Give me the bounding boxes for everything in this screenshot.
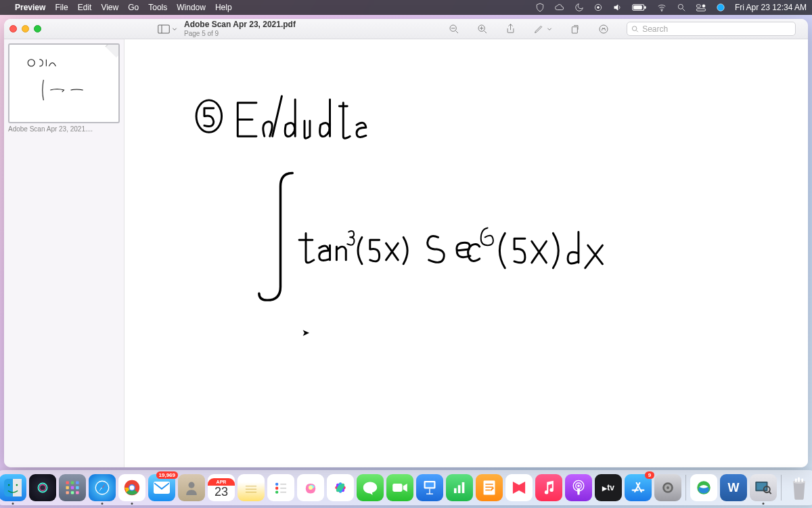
page-thumbnail[interactable]: [8, 43, 120, 123]
dock-word[interactable]: W: [720, 474, 747, 501]
menu-window[interactable]: Window: [177, 3, 206, 12]
svg-marker-68: [403, 484, 407, 492]
svg-point-6: [678, 4, 683, 9]
svg-line-7: [683, 9, 685, 12]
svg-rect-37: [71, 486, 74, 489]
dock-podcasts[interactable]: [565, 474, 592, 501]
dock-trash[interactable]: [786, 474, 812, 501]
dock: 19,969 APR 23 ▶tv: [0, 470, 812, 505]
dock-appstore[interactable]: 9: [625, 474, 652, 501]
svg-rect-12: [158, 25, 170, 33]
svg-marker-77: [513, 482, 525, 494]
calendar-month: APR: [208, 478, 235, 486]
battery-icon[interactable]: [632, 3, 647, 12]
svg-line-24: [636, 30, 637, 31]
window-controls: [9, 25, 41, 33]
dock-facetime[interactable]: [386, 474, 413, 501]
dock-webapp[interactable]: [690, 474, 717, 501]
sidebar-toggle-button[interactable]: [158, 24, 177, 34]
document-page[interactable]: ➤: [125, 39, 808, 467]
control-center-icon[interactable]: [696, 3, 706, 12]
page-indicator: Page 5 of 9: [184, 30, 296, 37]
markup-button[interactable]: [533, 24, 552, 35]
appstore-badge: 9: [645, 471, 654, 479]
zoom-in-button[interactable]: [477, 24, 488, 35]
dock-safari[interactable]: [89, 474, 116, 501]
dock-mail[interactable]: 19,969: [148, 474, 175, 501]
tv-label: ▶tv: [602, 483, 614, 492]
do-not-disturb-icon[interactable]: [574, 3, 584, 12]
menu-file[interactable]: File: [55, 3, 68, 12]
svg-rect-95: [795, 478, 797, 482]
dock-contacts[interactable]: [178, 474, 205, 501]
menu-tools[interactable]: Tools: [148, 3, 167, 12]
dock-numbers[interactable]: [446, 474, 473, 501]
svg-point-25: [28, 60, 35, 66]
document-title: Adobe Scan Apr 23, 2021.pdf: [184, 20, 296, 29]
dock-music[interactable]: [535, 474, 562, 501]
svg-rect-8: [696, 4, 700, 7]
dock-photos[interactable]: [327, 474, 354, 501]
record-status-icon[interactable]: [593, 3, 603, 12]
svg-point-11: [717, 4, 725, 12]
search-input[interactable]: [642, 24, 791, 34]
menu-view[interactable]: View: [101, 3, 118, 12]
dock-freeform[interactable]: [297, 474, 324, 501]
dock-messages[interactable]: [357, 474, 384, 501]
shield-status-icon[interactable]: [535, 3, 545, 12]
dock-separator: [685, 475, 686, 501]
highlight-button[interactable]: [598, 24, 609, 35]
zoom-button[interactable]: [34, 25, 41, 33]
svg-rect-21: [572, 26, 577, 33]
zoom-out-button[interactable]: [449, 24, 459, 35]
svg-rect-3: [633, 5, 641, 9]
dock-news[interactable]: [505, 474, 533, 501]
preview-window: Adobe Scan Apr 23, 2021.pdf Page 5 of 9: [4, 19, 808, 467]
dock-launchpad[interactable]: [59, 474, 86, 501]
dock-notes[interactable]: [238, 474, 265, 501]
dock-tv[interactable]: ▶tv: [595, 474, 622, 501]
svg-rect-33: [66, 481, 68, 484]
svg-point-55: [275, 487, 278, 490]
menu-edit[interactable]: Edit: [78, 3, 92, 12]
svg-point-87: [667, 486, 669, 489]
close-button[interactable]: [9, 25, 17, 33]
dock-keynote[interactable]: [416, 474, 443, 501]
svg-rect-34: [71, 481, 74, 484]
svg-rect-49: [154, 482, 170, 494]
svg-rect-40: [71, 491, 74, 494]
dock-reminders[interactable]: [267, 474, 294, 501]
menu-go[interactable]: Go: [128, 3, 139, 12]
svg-point-1: [597, 7, 599, 9]
thumbnail-label: Adobe Scan Apr 23, 2021....: [8, 125, 120, 133]
share-button[interactable]: [505, 23, 516, 35]
dock-chrome[interactable]: [118, 474, 145, 501]
wifi-icon[interactable]: [656, 3, 667, 12]
cloud-status-icon[interactable]: [554, 3, 565, 12]
search-field[interactable]: [627, 22, 796, 36]
menu-help[interactable]: Help: [215, 3, 232, 12]
rotate-button[interactable]: [570, 24, 581, 35]
svg-line-15: [456, 30, 458, 33]
dock-finder[interactable]: [0, 474, 26, 501]
dock-settings[interactable]: [654, 474, 681, 501]
amphetamine-icon[interactable]: [716, 3, 725, 12]
dock-preview[interactable]: [750, 474, 777, 501]
svg-rect-67: [392, 484, 402, 492]
dock-calendar[interactable]: APR 23: [208, 474, 235, 501]
spotlight-icon[interactable]: [677, 3, 686, 12]
mouse-cursor: ➤: [302, 327, 310, 338]
menubar-clock[interactable]: Fri Apr 23 12:34 AM: [735, 3, 807, 12]
minimize-button[interactable]: [22, 25, 29, 33]
mail-badge: 19,969: [156, 471, 178, 479]
volume-icon[interactable]: [612, 3, 623, 12]
svg-point-60: [309, 486, 313, 490]
svg-rect-4: [645, 6, 646, 8]
svg-rect-28: [13, 479, 22, 496]
svg-point-56: [275, 490, 278, 493]
app-menu[interactable]: Preview: [15, 3, 45, 12]
system-menubar: Preview File Edit View Go Tools Window H…: [0, 0, 812, 15]
svg-rect-41: [76, 491, 78, 494]
dock-siri[interactable]: [29, 474, 56, 501]
dock-pages[interactable]: [476, 474, 503, 501]
